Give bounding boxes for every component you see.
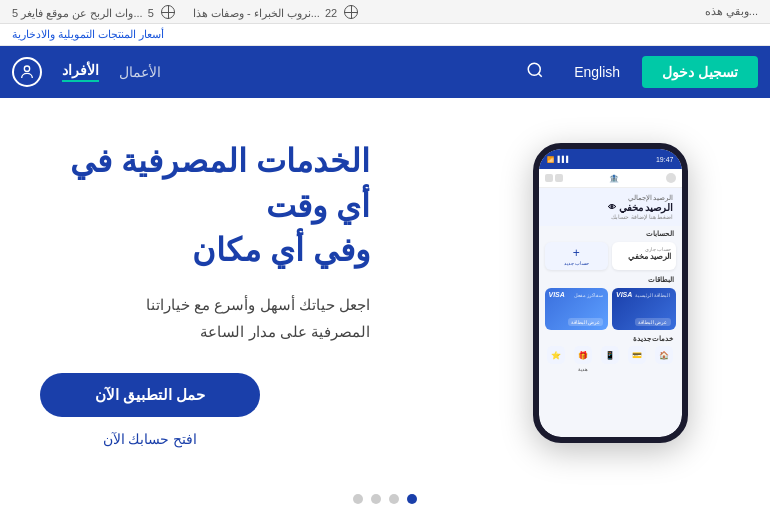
phone-service-1: 🏠 (655, 346, 673, 372)
phone-status-bar: 19:47 ▐▐▐ 📶 (539, 149, 682, 169)
phone-balance-text: الرصيد مخفي (619, 202, 674, 213)
hero-text: الخدمات المصرفية في أي وقت وفي أي مكان ا… (40, 139, 390, 447)
globe-icon-2 (161, 5, 175, 19)
download-app-button[interactable]: حمل التطبيق الآن (40, 373, 260, 417)
dot-3[interactable] (371, 494, 381, 504)
phone-service-2: 💳 (628, 346, 646, 372)
phone-card-action-1[interactable]: عرض البطاقة (635, 318, 670, 326)
phone-service-label-4: هدية (578, 366, 588, 372)
phone-service-icon-5: ⭐ (547, 346, 565, 364)
phone-service-5: ⭐ (547, 346, 565, 372)
hero-title: الخدمات المصرفية في أي وقت وفي أي مكان (40, 139, 370, 273)
open-account-link[interactable]: افتح حسابك الآن (40, 431, 260, 447)
phone-accounts-title: الحسابات (539, 226, 682, 240)
hero-title-line2: وفي أي مكان (192, 232, 370, 268)
phone-accounts-row: حساب جاري الرصيد مخفي + حساب جديد (539, 240, 682, 272)
ticker-left: ...وبقي هذه (705, 5, 758, 18)
phone-appbar-left-icons (545, 174, 563, 182)
phone-card-2: VISA سفاكرز مفعل عرض البطاقة (545, 288, 609, 330)
svg-point-0 (528, 63, 540, 75)
hero-subtitle-line1: اجعل حياتك أسهل وأسرع مع خياراتنا (146, 296, 370, 313)
nav-business-link[interactable]: الأعمال (119, 64, 161, 80)
phone-add-account-card: + حساب جديد (545, 242, 609, 270)
globe-icon-1 (344, 5, 358, 19)
phone-status-icons: ▐▐▐ 📶 (547, 156, 569, 163)
phone-app-logo: 🏦 (609, 174, 619, 183)
phone-icon-2 (545, 174, 553, 182)
dot-4[interactable] (353, 494, 363, 504)
phone-account-card-1: حساب جاري الرصيد مخفي (612, 242, 676, 270)
phone-appbar-right (666, 173, 676, 183)
hero-title-line1: الخدمات المصرفية في أي وقت (70, 143, 370, 224)
person-icon (19, 64, 35, 80)
eye-icon: 👁 (608, 203, 616, 212)
ticker-item-1: ...وبقي هذه (705, 5, 758, 18)
ticker-bar: ...وبقي هذه 22 ...نروب الخبراء - وصفات ه… (0, 0, 770, 24)
phone-services-title: خدمات جديدة (539, 332, 682, 344)
phone-account-amount-1: الرصيد مخفي (616, 252, 672, 261)
profile-icon[interactable] (12, 57, 42, 87)
top-link-bar: أسعار المنتجات التمويلية والادخارية (0, 24, 770, 46)
phone-service-icon-3: 📱 (601, 346, 619, 364)
plus-icon: + (573, 246, 580, 260)
search-icon (526, 61, 544, 79)
visa-logo-1: VISA (616, 291, 632, 298)
phone-balance-value: الرصيد مخفي 👁 (547, 202, 674, 213)
ticker-item-2: 22 ...نروب الخبراء - وصفات هذا (193, 3, 358, 20)
phone-appbar-avatar (666, 173, 676, 183)
phone-time: 19:47 (656, 156, 674, 163)
dot-1[interactable] (407, 494, 417, 504)
pricing-link[interactable]: أسعار المنتجات التمويلية والادخارية (12, 28, 164, 40)
phone-balance-label: الرصيد الإجمالي (547, 194, 674, 202)
dot-2[interactable] (389, 494, 399, 504)
carousel-dots (0, 478, 770, 512)
phone-balance-sub: اضغط هنا لإضافة حسابك (547, 213, 674, 220)
nav-right-links: الأعمال الأفراد (12, 57, 161, 87)
svg-point-2 (24, 66, 29, 71)
hero-subtitle-line2: المصرفية على مدار الساعة (200, 323, 370, 340)
bottom-space (0, 512, 770, 531)
ticker-right: 22 ...نروب الخبراء - وصفات هذا 5 ...واث … (12, 3, 358, 20)
svg-line-1 (539, 73, 542, 76)
phone-mockup: 19:47 ▐▐▐ 📶 🏦 (533, 143, 688, 443)
phone-service-3: 📱 (601, 346, 619, 372)
phone-services-row: 🏠 💳 📱 🎁 هدية (539, 344, 682, 374)
phone-service-icon-4: 🎁 (574, 346, 592, 364)
hero-section: 19:47 ▐▐▐ 📶 🏦 (0, 98, 770, 478)
phone-service-icon-2: 💳 (628, 346, 646, 364)
hero-subtitle: اجعل حياتك أسهل وأسرع مع خياراتنا المصرف… (40, 291, 370, 345)
phone-card-action-2[interactable]: عرض البطاقة (568, 318, 603, 326)
search-button[interactable] (518, 57, 552, 88)
phone-card-1: VISA البطاقة الرئيسية عرض البطاقة (612, 288, 676, 330)
phone-cards-row: VISA البطاقة الرئيسية عرض البطاقة VISA س… (539, 286, 682, 332)
phone-container: 19:47 ▐▐▐ 📶 🏦 (510, 143, 710, 443)
login-button[interactable]: تسجيل دخول (642, 56, 758, 88)
phone-service-icon-1: 🏠 (655, 346, 673, 364)
nav-individual-link[interactable]: الأفراد (62, 62, 99, 82)
phone-balance-section: الرصيد الإجمالي الرصيد مخفي 👁 اضغط هنا ل… (539, 188, 682, 226)
language-button[interactable]: English (560, 56, 634, 88)
phone-appbar: 🏦 (539, 169, 682, 188)
visa-logo-2: VISA (549, 291, 565, 298)
phone-add-label: حساب جديد (564, 260, 589, 266)
phone-icon-1 (555, 174, 563, 182)
main-nav: تسجيل دخول English الأعمال الأفراد (0, 46, 770, 98)
phone-screen: 19:47 ▐▐▐ 📶 🏦 (539, 149, 682, 437)
phone-cards-title: البطاقات (539, 272, 682, 286)
ticker-item-3: 5 ...واث الربح عن موقع فايغر 5 (12, 3, 175, 20)
phone-service-4: 🎁 هدية (574, 346, 592, 372)
